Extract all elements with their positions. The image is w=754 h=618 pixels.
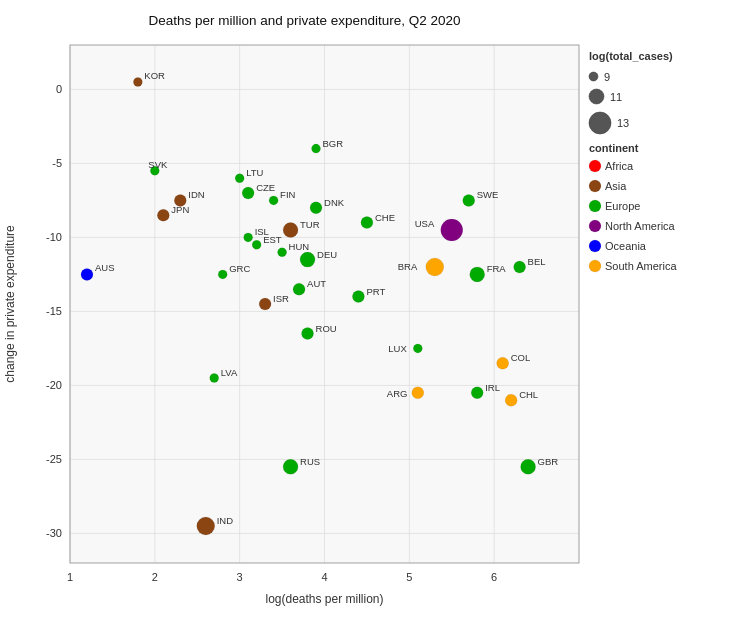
point-label: ISR: [273, 293, 289, 304]
svg-text:11: 11: [610, 91, 622, 103]
svg-text:-25: -25: [46, 453, 62, 465]
point-label: EST: [263, 234, 282, 245]
point-label: TUR: [300, 219, 320, 230]
data-point: [300, 252, 315, 267]
svg-text:South America: South America: [605, 260, 677, 272]
svg-text:13: 13: [617, 117, 629, 129]
svg-text:-20: -20: [46, 379, 62, 391]
point-label: AUT: [307, 278, 326, 289]
svg-text:change in private expenditure: change in private expenditure: [3, 225, 17, 383]
data-point: [81, 268, 93, 280]
point-label: BRA: [398, 261, 418, 272]
data-point: [413, 344, 422, 353]
svg-text:6: 6: [491, 571, 497, 583]
svg-text:-10: -10: [46, 231, 62, 243]
svg-text:4: 4: [321, 571, 327, 583]
svg-point-40: [589, 160, 601, 172]
svg-point-33: [589, 72, 598, 81]
data-point: [470, 267, 485, 282]
data-point: [133, 78, 142, 87]
svg-text:-5: -5: [52, 157, 62, 169]
data-point: [244, 233, 253, 242]
data-point: [283, 459, 298, 474]
point-label: CZE: [256, 182, 275, 193]
svg-text:log(total_cases): log(total_cases): [589, 50, 673, 62]
point-label: ROU: [316, 323, 337, 334]
point-label: KOR: [144, 70, 165, 81]
svg-point-44: [589, 200, 601, 212]
svg-point-35: [589, 89, 604, 104]
point-label: CHE: [375, 212, 395, 223]
point-label: FRA: [487, 263, 507, 274]
point-label: GBR: [538, 456, 559, 467]
data-point: [426, 258, 444, 276]
svg-point-46: [589, 220, 601, 232]
data-point: [174, 194, 186, 206]
data-point: [514, 261, 526, 273]
svg-text:continent: continent: [589, 142, 639, 154]
svg-text:1: 1: [67, 571, 73, 583]
svg-text:log(deaths per million): log(deaths per million): [265, 592, 383, 606]
point-label: ARG: [387, 388, 408, 399]
point-label: BGR: [323, 138, 344, 149]
data-point: [283, 223, 298, 238]
point-label: LUX: [388, 343, 407, 354]
data-point: [197, 517, 215, 535]
data-point: [278, 248, 287, 257]
svg-text:3: 3: [237, 571, 243, 583]
data-point: [259, 298, 271, 310]
point-label: IDN: [188, 189, 205, 200]
svg-point-50: [589, 260, 601, 272]
data-point: [441, 219, 463, 241]
point-label: AUS: [95, 262, 115, 273]
data-point: [293, 283, 305, 295]
data-point: [269, 196, 278, 205]
data-point: [310, 202, 322, 214]
svg-text:Africa: Africa: [605, 160, 634, 172]
data-point: [497, 357, 509, 369]
svg-point-37: [589, 112, 611, 134]
data-point: [252, 240, 261, 249]
data-point: [412, 387, 424, 399]
point-label: DNK: [324, 197, 345, 208]
svg-text:Europe: Europe: [605, 200, 640, 212]
svg-text:North America: North America: [605, 220, 676, 232]
point-label: PRT: [366, 286, 385, 297]
point-label: HUN: [289, 241, 310, 252]
data-point: [505, 394, 517, 406]
data-point: [235, 174, 244, 183]
point-label: COL: [511, 352, 531, 363]
point-label: DEU: [317, 249, 337, 260]
svg-text:-15: -15: [46, 305, 62, 317]
data-point: [521, 459, 536, 474]
svg-text:-30: -30: [46, 527, 62, 539]
data-point: [242, 187, 254, 199]
point-label: LVA: [221, 367, 238, 378]
point-label: BEL: [528, 256, 546, 267]
chart-container: 1234560-5-10-15-20-25-30Deaths per milli…: [0, 0, 754, 618]
data-point: [157, 209, 169, 221]
svg-point-48: [589, 240, 601, 252]
point-label: FIN: [280, 189, 295, 200]
data-point: [471, 387, 483, 399]
point-label: IRL: [485, 382, 500, 393]
data-point: [352, 291, 364, 303]
svg-text:Asia: Asia: [605, 180, 627, 192]
data-point: [312, 144, 321, 153]
data-point: [302, 328, 314, 340]
point-label: SWE: [477, 189, 499, 200]
chart-svg: 1234560-5-10-15-20-25-30Deaths per milli…: [0, 0, 754, 618]
svg-text:Deaths per million and private: Deaths per million and private expenditu…: [148, 13, 460, 28]
data-point: [210, 374, 219, 383]
point-label: SVK: [148, 159, 168, 170]
data-point: [463, 194, 475, 206]
point-label: GRC: [229, 263, 250, 274]
svg-text:2: 2: [152, 571, 158, 583]
svg-text:5: 5: [406, 571, 412, 583]
point-label: RUS: [300, 456, 320, 467]
data-point: [361, 217, 373, 229]
svg-text:0: 0: [56, 83, 62, 95]
svg-text:Oceania: Oceania: [605, 240, 647, 252]
svg-text:9: 9: [604, 71, 610, 83]
svg-point-42: [589, 180, 601, 192]
